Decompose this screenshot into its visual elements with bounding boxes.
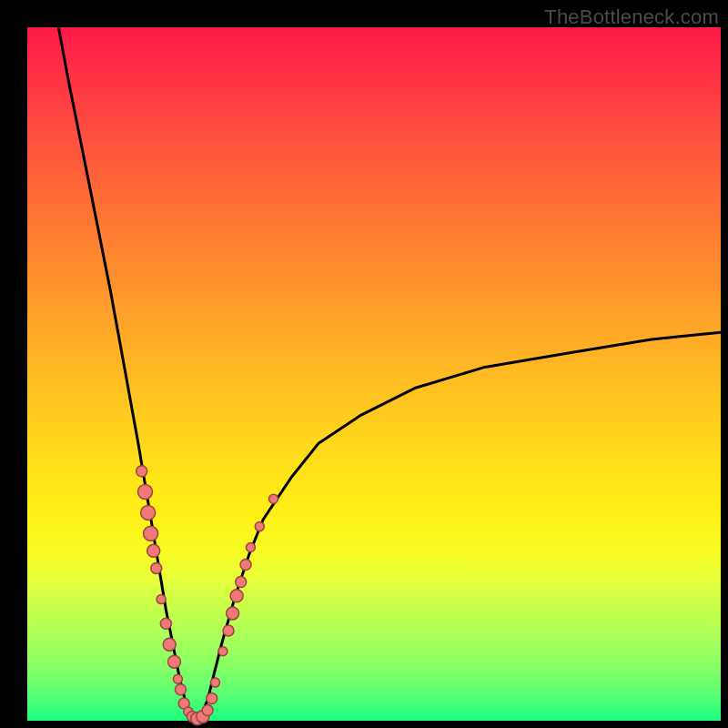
data-point [163,638,176,651]
data-point [236,577,247,588]
chart-frame: TheBottleneck.com [0,0,728,728]
data-point [168,655,181,668]
data-point [211,678,220,687]
data-point [223,625,234,636]
watermark-text: TheBottleneck.com [544,5,719,29]
data-point [269,494,278,503]
data-point [147,544,160,557]
data-point [136,466,147,477]
data-point [160,618,171,629]
data-point [227,607,239,620]
data-point [240,560,251,571]
scatter-dots [136,466,278,725]
data-point [218,647,228,656]
data-point [151,562,162,573]
data-point [207,693,217,704]
data-point [157,595,166,604]
data-point [246,543,255,552]
data-point [175,684,186,695]
data-point [230,590,243,602]
data-point [173,674,182,683]
data-point [255,522,264,531]
data-point [138,485,153,500]
data-point [141,505,156,520]
data-point [202,705,213,716]
chart-overlay [27,27,721,721]
data-point [144,526,158,541]
v-curve [58,27,721,721]
